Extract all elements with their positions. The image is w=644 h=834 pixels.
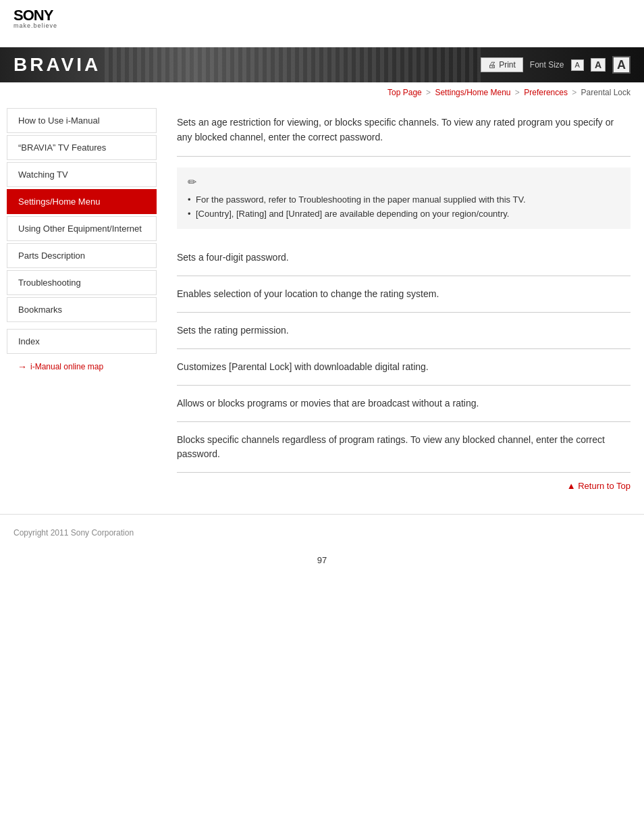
- note-icon: ✏: [188, 176, 620, 188]
- online-map-label: i-Manual online map: [30, 362, 103, 371]
- breadcrumb-top-page[interactable]: Top Page: [387, 88, 422, 97]
- return-to-top: ▲ Return to Top: [177, 473, 630, 494]
- breadcrumb-preferences[interactable]: Preferences: [524, 88, 568, 97]
- note-item-1: For the password, refer to Troubleshooti…: [188, 192, 620, 207]
- breadcrumb-current: Parental Lock: [581, 88, 630, 97]
- copyright-text: Copyright 2011 Sony Corporation: [14, 528, 134, 538]
- print-icon: 🖨: [488, 60, 496, 70]
- sidebar-item-troubleshooting[interactable]: Troubleshooting: [7, 270, 157, 295]
- font-size-label: Font Size: [530, 60, 564, 70]
- note-list: For the password, refer to Troubleshooti…: [188, 192, 620, 221]
- page-footer: Copyright 2011 Sony Corporation: [0, 514, 644, 544]
- sidebar-item-bravia-features[interactable]: “BRAVIA” TV Features: [7, 135, 157, 160]
- feature-row-3: Sets the rating permission.: [177, 313, 630, 349]
- feature-row-6: Blocks specific channels regardless of p…: [177, 422, 630, 473]
- feature-row-4: Customizes [Parental Lock] with download…: [177, 349, 630, 386]
- sony-logo-text: SONY: [14, 8, 57, 23]
- bravia-title: BRAVIA: [14, 54, 101, 76]
- return-to-top-link[interactable]: ▲ Return to Top: [567, 481, 630, 491]
- banner-stripes: [101, 47, 481, 82]
- sidebar-item-watching-tv[interactable]: Watching TV: [7, 162, 157, 187]
- sidebar: How to Use i-Manual “BRAVIA” TV Features…: [0, 101, 163, 507]
- sidebar-item-how-to-use[interactable]: How to Use i-Manual: [7, 108, 157, 133]
- sidebar-item-parts-description[interactable]: Parts Description: [7, 243, 157, 268]
- font-medium-button[interactable]: A: [591, 58, 606, 72]
- font-large-button[interactable]: A: [612, 56, 630, 74]
- sony-logo-area: SONY make.believe: [14, 8, 57, 29]
- bravia-banner: BRAVIA 🖨 Print Font Size A A A: [0, 47, 644, 82]
- page-number: 97: [0, 544, 644, 576]
- feature-row-1: Sets a four-digit password.: [177, 240, 630, 276]
- font-small-button[interactable]: A: [571, 59, 584, 71]
- sidebar-item-settings-home[interactable]: Settings/Home Menu: [7, 189, 157, 214]
- triangle-up-icon: ▲: [567, 481, 576, 491]
- note-item-2: [Country], [Rating] and [Unrated] are av…: [188, 207, 620, 221]
- feature-row-2: Enables selection of your location to ch…: [177, 276, 630, 313]
- breadcrumb-settings[interactable]: Settings/Home Menu: [435, 88, 510, 97]
- print-button[interactable]: 🖨 Print: [481, 57, 523, 72]
- feature-row-5: Allows or blocks programs or movies that…: [177, 386, 630, 422]
- online-map-link[interactable]: → i-Manual online map: [7, 356, 163, 377]
- sidebar-item-bookmarks[interactable]: Bookmarks: [7, 297, 157, 322]
- banner-controls: 🖨 Print Font Size A A A: [481, 56, 630, 74]
- sidebar-item-index[interactable]: Index: [7, 329, 157, 354]
- main-layout: How to Use i-Manual “BRAVIA” TV Features…: [0, 101, 644, 507]
- breadcrumb: Top Page > Settings/Home Menu > Preferen…: [0, 82, 644, 101]
- arrow-right-icon: →: [18, 361, 27, 372]
- note-box: ✏ For the password, refer to Troubleshoo…: [177, 167, 630, 229]
- content-area: Sets an age restriction for viewing, or …: [163, 101, 644, 507]
- page-intro: Sets an age restriction for viewing, or …: [177, 101, 630, 157]
- sidebar-item-using-other[interactable]: Using Other Equipment/Internet: [7, 216, 157, 241]
- sony-tagline: make.believe: [14, 23, 57, 29]
